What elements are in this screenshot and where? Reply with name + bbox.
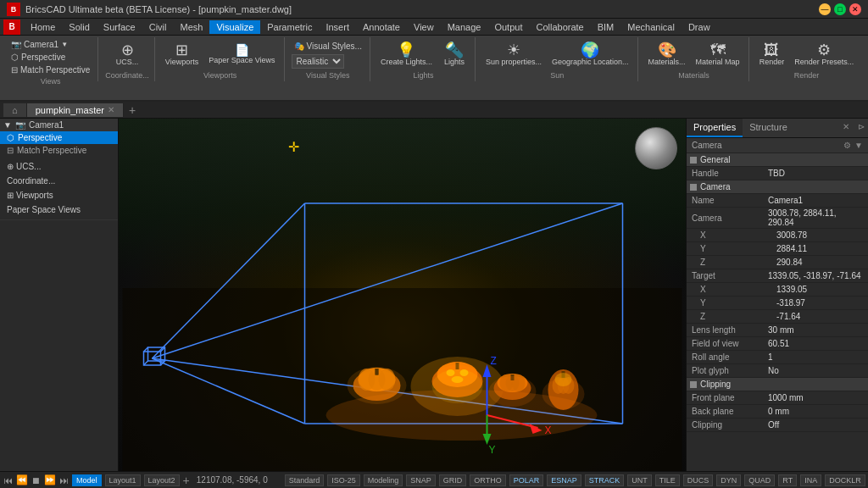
viewports-panel-button[interactable]: ⊞ Viewports <box>3 189 114 202</box>
menu-surface[interactable]: Surface <box>97 20 142 34</box>
unt-button[interactable]: UNT <box>627 474 652 486</box>
camera-section-header[interactable]: Camera <box>687 180 868 194</box>
polar-button[interactable]: POLAR <box>509 474 544 486</box>
panel-item-match-perspective[interactable]: ⊟ Match Perspective <box>0 144 118 157</box>
ina-button[interactable]: INA <box>800 474 821 486</box>
visual-styles-dropdown-button[interactable]: 🎭 Visual Styles... <box>292 41 364 52</box>
clipping-section-header[interactable]: Clipping <box>687 378 868 391</box>
paper-space-panel-button[interactable]: Paper Space Views <box>3 203 114 216</box>
match-icon: ⊟ <box>11 65 18 75</box>
tile-button[interactable]: TILE <box>655 474 680 486</box>
menu-home[interactable]: Home <box>24 20 62 34</box>
sun-items: ☀ Sun properties... 🌍 Geographic Locatio… <box>482 39 632 69</box>
filter-arrow[interactable]: ▼ <box>854 141 863 150</box>
create-lights-button[interactable]: 💡 Create Lights... <box>377 41 436 68</box>
materials-button[interactable]: 🎨 Materials... <box>645 41 689 68</box>
filter-icon[interactable]: ⚙ <box>843 141 851 150</box>
perspective-button[interactable]: ⬡ Perspective <box>8 52 92 63</box>
ribbon-group-visual-styles: 🎭 Visual Styles... Realistic Visual Styl… <box>287 37 370 81</box>
panel-close-button[interactable]: ✕ <box>837 119 854 137</box>
ducs-button[interactable]: DUCS <box>683 474 714 486</box>
general-section-header[interactable]: General <box>687 153 868 167</box>
quad-button[interactable]: QUAD <box>744 474 775 486</box>
menu-collaborate[interactable]: Collaborate <box>529 20 590 34</box>
play-stop-button[interactable]: ⏹ <box>31 475 41 485</box>
geographic-location-button[interactable]: 🌍 Geographic Location... <box>548 41 632 68</box>
match-panel-label: Match Perspective <box>17 146 86 155</box>
menu-draw[interactable]: Draw <box>682 20 717 34</box>
docklr-button[interactable]: DOCKLR <box>825 474 865 486</box>
render-presets-button[interactable]: ⚙ Render Presets... <box>791 41 857 68</box>
viewport[interactable]: Z X Y ✛ <box>119 119 686 471</box>
menu-mechanical[interactable]: Mechanical <box>620 20 682 34</box>
material-map-button[interactable]: 🗺 Material Map <box>693 41 743 68</box>
ortho-button[interactable]: ORTHO <box>470 474 505 486</box>
menu-output[interactable]: Output <box>487 20 529 34</box>
snap-button[interactable]: SNAP <box>406 474 436 486</box>
sun-properties-button[interactable]: ☀ Sun properties... <box>482 41 545 68</box>
structure-tab[interactable]: Structure <box>743 119 794 137</box>
ribbon-group-lights: 💡 Create Lights... 🔦 Lights Lights <box>372 37 476 81</box>
clipping-row: Clipping Off <box>687 419 868 432</box>
menu-insert[interactable]: Insert <box>319 20 356 34</box>
menu-mesh[interactable]: Mesh <box>174 20 210 34</box>
add-layout-button[interactable]: + <box>183 474 190 487</box>
lens-length-value: 30 mm <box>768 325 863 335</box>
ucs-button[interactable]: ⊕ UCS... <box>112 41 142 68</box>
menu-manage[interactable]: Manage <box>441 20 488 34</box>
panel-expand-button[interactable]: ⊳ <box>854 119 868 137</box>
menu-civil[interactable]: Civil <box>142 20 174 34</box>
properties-tab[interactable]: Properties <box>687 119 743 137</box>
pumpkin-master-tab[interactable]: pumpkin_master ✕ <box>27 103 124 117</box>
home-tab[interactable]: ⌂ <box>3 103 27 117</box>
strack-button[interactable]: STRACK <box>585 474 625 486</box>
play-end-button[interactable]: ⏭ <box>59 475 69 485</box>
front-plane-value: 1000 mm <box>768 393 863 402</box>
play-next-button[interactable]: ⏩ <box>44 474 56 485</box>
minimize-button[interactable]: — <box>819 3 831 15</box>
panel-item-perspective[interactable]: ⬡ Perspective <box>0 131 118 144</box>
lights-button[interactable]: 🔦 Lights <box>439 41 470 68</box>
maximize-button[interactable]: □ <box>834 3 846 15</box>
entity-dropdown: Camera ⚙ ▼ <box>687 138 868 153</box>
iso-indicator[interactable]: ISO-25 <box>327 474 360 486</box>
layout2-tab[interactable]: Layout2 <box>144 474 180 486</box>
menu-bim[interactable]: BIM <box>591 20 621 34</box>
target-z-label: Z <box>700 312 776 321</box>
paper-space-button[interactable]: 📄 Paper Space Views <box>205 42 278 66</box>
viewports-button[interactable]: ⊞ Viewports <box>162 41 202 68</box>
coordinate-panel-button[interactable]: Coordinate... <box>3 175 114 187</box>
menu-parametric[interactable]: Parametric <box>260 20 319 34</box>
menu-visualize[interactable]: Visualize <box>209 20 260 34</box>
menu-solid[interactable]: Solid <box>62 20 96 34</box>
tab-close-icon[interactable]: ✕ <box>108 105 114 114</box>
visual-style-select[interactable]: Realistic <box>292 54 344 69</box>
render-button[interactable]: 🖼 Render <box>756 41 788 68</box>
play-prev-button[interactable]: ⏪ <box>16 474 28 485</box>
navigation-sphere[interactable] <box>635 127 677 169</box>
menu-annotate[interactable]: Annotate <box>356 20 407 34</box>
add-tab-button[interactable]: + <box>124 102 141 119</box>
doc-tabs: ⌂ pumpkin_master ✕ + <box>0 102 868 119</box>
layout1-tab[interactable]: Layout1 <box>105 474 141 486</box>
dyn-button[interactable]: DYN <box>716 474 741 486</box>
standard-indicator[interactable]: Standard <box>285 474 325 486</box>
panel-header-camera[interactable]: ▼ 📷 Camera1 <box>0 119 118 131</box>
target-y-value: -318.97 <box>776 298 863 308</box>
modeling-indicator[interactable]: Modeling <box>364 474 403 486</box>
model-tab[interactable]: Model <box>72 474 102 486</box>
render-presets-label: Render Presets... <box>794 58 854 66</box>
rt-button[interactable]: RT <box>778 474 797 486</box>
close-button[interactable]: ✕ <box>849 3 861 15</box>
grid-button[interactable]: GRID <box>439 474 467 486</box>
match-perspective-button[interactable]: ⊟ Match Perspective <box>8 64 92 75</box>
ucs-panel-button[interactable]: ⊕ UCS... <box>3 160 114 173</box>
play-start-button[interactable]: ⏮ <box>3 475 13 485</box>
ribbon: 📷 Camera1 ▼ ⬡ Perspective ⊟ Match Perspe… <box>0 36 868 102</box>
ribbon-group-viewports: ⊞ Viewports 📄 Paper Space Views Viewport… <box>157 37 285 81</box>
esnap-button[interactable]: ESNAP <box>547 474 581 486</box>
camera1-button[interactable]: 📷 Camera1 ▼ <box>8 39 92 50</box>
ribbon-group-coordinate: ⊕ UCS... Coordinate... <box>100 37 155 81</box>
materials-label: Materials... <box>648 58 686 66</box>
menu-view[interactable]: View <box>407 20 441 34</box>
